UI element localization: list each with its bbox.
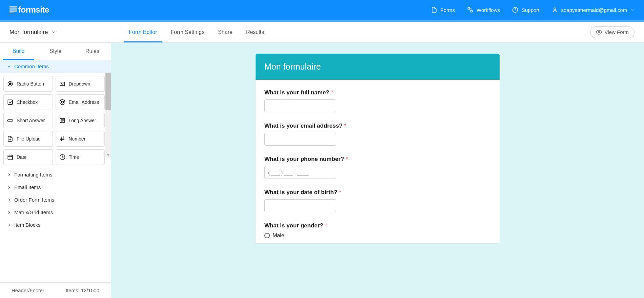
phone-input[interactable]	[264, 166, 336, 179]
field-label: What is your phone number? *	[264, 156, 491, 163]
item-number[interactable]: Number	[56, 131, 105, 147]
svg-rect-2	[9, 11, 17, 12]
item-time-label: Time	[69, 154, 79, 160]
field-full-name[interactable]: What is your full name? *	[264, 89, 491, 112]
radio-icon	[7, 81, 13, 87]
brand-icon	[9, 6, 17, 13]
svg-rect-3	[9, 13, 14, 13]
required-indicator: *	[339, 189, 341, 195]
email-input[interactable]	[264, 133, 336, 146]
nav-workflows-label: Workflows	[477, 7, 500, 13]
field-label: What is your gender? *	[264, 222, 491, 229]
tab-form-settings-label: Form Settings	[171, 29, 205, 35]
brand-logo[interactable]: formsite	[9, 5, 49, 15]
sidebar-tab-rules-label: Rules	[85, 48, 99, 54]
view-form-button[interactable]: View Form	[590, 26, 635, 38]
sidebar-tab-build-label: Build	[13, 48, 25, 54]
item-checkbox[interactable]: Checkbox	[3, 94, 53, 110]
nav-workflows[interactable]: Workflows	[467, 7, 500, 13]
form-title-dropdown[interactable]: Mon formulaire	[9, 29, 56, 36]
chevron-right-icon	[7, 172, 12, 177]
svg-rect-15	[8, 120, 13, 122]
svg-rect-1	[9, 8, 17, 10]
item-email-label: Email Address	[69, 99, 99, 105]
item-time[interactable]: Time	[56, 149, 105, 165]
sidebar-tab-build[interactable]: Build	[0, 43, 37, 60]
main-container: Build Style Rules Common Items Radio But…	[0, 43, 644, 298]
field-phone[interactable]: What is your phone number? *	[264, 156, 491, 179]
required-indicator: *	[344, 123, 346, 129]
category-matrix-items[interactable]: Matrix/Grid Items	[0, 206, 111, 219]
tab-share[interactable]: Share	[218, 22, 233, 42]
view-form-label: View Form	[605, 29, 629, 35]
header-footer-link[interactable]: Header/Footer	[12, 287, 44, 293]
category-common-items[interactable]: Common Items	[0, 60, 111, 73]
user-icon	[552, 7, 558, 13]
calendar-icon	[7, 154, 13, 160]
radio-option-male[interactable]: Male	[264, 232, 491, 239]
items-count: Items: 12/1000	[66, 287, 99, 293]
tab-form-editor[interactable]: Form Editor	[129, 22, 157, 42]
field-label: What is your date of birth? *	[264, 189, 491, 196]
help-icon	[512, 7, 518, 13]
dob-input[interactable]	[264, 199, 336, 212]
required-indicator: *	[325, 222, 327, 229]
user-menu[interactable]: soapyetmermaid@gmail.com	[552, 7, 635, 13]
category-blocks-label: Item Blocks	[14, 222, 41, 228]
field-label-text: What is your full name?	[264, 89, 329, 96]
long-text-icon	[59, 117, 65, 124]
tab-results[interactable]: Results	[246, 22, 264, 42]
field-label-text: What is your date of birth?	[264, 189, 337, 195]
field-gender[interactable]: What is your gender? * Male	[264, 222, 491, 239]
item-file-upload[interactable]: File Upload	[3, 131, 53, 147]
item-email-address[interactable]: Email Address	[56, 94, 105, 110]
sidebar-tab-rules[interactable]: Rules	[74, 43, 111, 60]
sidebar-tab-style-label: Style	[49, 48, 62, 54]
upload-icon	[7, 136, 13, 142]
field-email[interactable]: What is your email address? *	[264, 123, 491, 146]
category-item-blocks[interactable]: Item Blocks	[0, 219, 111, 231]
item-short-answer[interactable]: Short Answer	[3, 113, 53, 128]
top-nav: Forms Workflows Support soapyetmermaid@g…	[431, 7, 635, 13]
nav-forms-label: Forms	[441, 7, 455, 13]
scrollbar-track[interactable]	[105, 73, 111, 157]
category-order-items[interactable]: Order Form Items	[0, 193, 111, 206]
required-indicator: *	[331, 89, 333, 96]
chevron-down-icon	[7, 64, 12, 69]
svg-line-24	[63, 136, 63, 141]
full-name-input[interactable]	[264, 99, 336, 112]
category-email-label: Email Items	[14, 184, 41, 190]
item-long-answer[interactable]: Long Answer	[56, 113, 105, 128]
radio-label: Male	[273, 232, 284, 239]
form-preview: Mon formulaire What is your full name? *…	[256, 54, 500, 243]
item-date[interactable]: Date	[3, 149, 53, 165]
document-icon	[431, 7, 437, 13]
sub-header: Mon formulaire Form Editor Form Settings…	[0, 22, 644, 43]
svg-rect-0	[9, 6, 17, 7]
chevron-down-icon	[51, 30, 56, 35]
tab-form-settings[interactable]: Form Settings	[171, 22, 205, 42]
item-dropdown[interactable]: Dropdown	[56, 76, 105, 92]
category-order-label: Order Form Items	[14, 197, 54, 203]
radio-icon	[264, 233, 270, 238]
items-grid: Radio Button Dropdown Checkbox Email Add…	[0, 73, 111, 168]
item-radio-label: Radio Button	[17, 81, 44, 87]
chevron-right-icon	[7, 198, 12, 202]
nav-forms[interactable]: Forms	[431, 7, 455, 13]
category-formatting-items[interactable]: Formatting Items	[0, 168, 111, 181]
sidebar-tab-style[interactable]: Style	[37, 43, 74, 60]
category-email-items[interactable]: Email Items	[0, 181, 111, 193]
scrollbar-thumb[interactable]	[105, 73, 111, 110]
item-radio-button[interactable]: Radio Button	[3, 76, 53, 92]
item-date-label: Date	[17, 154, 27, 160]
field-dob[interactable]: What is your date of birth? *	[264, 189, 491, 212]
form-preview-body: What is your full name? * What is your e…	[256, 80, 500, 243]
nav-support[interactable]: Support	[512, 7, 540, 13]
category-matrix-label: Matrix/Grid Items	[14, 209, 53, 215]
svg-point-11	[9, 83, 11, 85]
field-label-text: What is your phone number?	[264, 156, 344, 162]
svg-marker-30	[107, 154, 109, 156]
top-header: formsite Forms Workflows Support soapyet…	[0, 0, 644, 20]
tab-share-label: Share	[218, 29, 233, 35]
form-preview-header[interactable]: Mon formulaire	[256, 54, 500, 80]
